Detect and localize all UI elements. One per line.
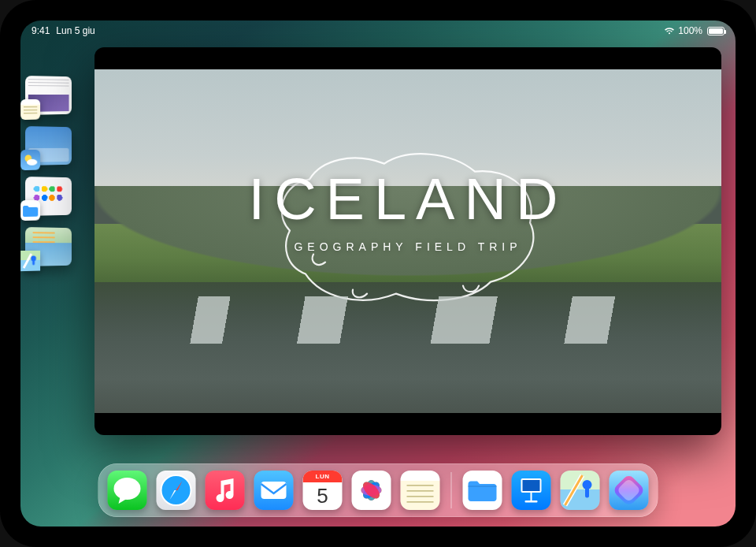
dock-app-keynote[interactable] [512,471,551,510]
status-time: 9:41 [32,25,50,36]
stage-item-files[interactable] [25,177,72,216]
stage-item-maps[interactable] [25,227,72,266]
dock: LUN 5 [98,463,658,517]
keynote-slide: ICELAND GEOGRAPHY FIELD TRIP [94,69,721,413]
dock-app-mail[interactable] [254,471,294,510]
safari-icon [157,471,196,510]
svg-rect-22 [407,490,434,492]
svg-rect-21 [407,485,434,486]
svg-rect-0 [24,106,37,108]
keynote-icon [512,471,551,510]
stage-item-notes[interactable] [25,76,72,115]
status-date: Lun 5 giu [56,25,94,36]
svg-rect-1 [24,110,37,111]
svg-rect-31 [617,478,641,502]
stage-manager-sidebar [25,76,80,266]
svg-rect-2 [24,113,37,114]
battery-icon [707,27,724,35]
stage-item-weather[interactable] [25,126,72,166]
svg-rect-27 [531,493,532,500]
dock-divider [451,472,452,508]
svg-rect-23 [407,496,434,497]
svg-rect-12 [261,482,287,499]
dock-app-notes[interactable] [401,471,440,510]
maps-icon [561,471,600,510]
keynote-window[interactable]: ICELAND GEOGRAPHY FIELD TRIP [94,47,721,435]
wifi-icon [664,27,675,35]
status-bar: 9:41 Lun 5 giu 100% [20,20,736,38]
shortcuts-icon [610,471,649,510]
notes-icon [20,99,40,120]
status-battery-pct: 100% [678,25,702,36]
photos-icon [352,471,391,510]
slide-subtitle: GEOGRAPHY FIELD TRIP [94,240,721,253]
files-icon [463,471,502,510]
mail-icon [254,471,294,510]
dock-app-photos[interactable] [352,471,391,510]
svg-rect-28 [525,500,538,503]
dock-app-messages[interactable] [108,471,147,510]
weather-icon [20,150,40,170]
slide-title: ICELAND [94,166,721,233]
messages-icon [108,471,147,510]
maps-icon [20,251,40,271]
notes-icon [401,471,440,510]
dock-app-safari[interactable] [157,471,196,510]
calendar-day-number: 5 [303,482,343,510]
calendar-day-label: LUN [303,471,343,482]
files-icon [20,200,40,221]
ipad-screen: 9:41 Lun 5 giu 100% [20,20,736,527]
ipad-device-frame: 9:41 Lun 5 giu 100% [0,0,756,547]
dock-app-files[interactable] [463,471,502,510]
svg-rect-26 [523,480,540,491]
dock-app-calendar[interactable]: LUN 5 [303,471,343,510]
dock-app-shortcuts[interactable] [610,471,649,510]
svg-rect-24 [407,501,434,503]
music-icon [206,471,245,510]
svg-point-7 [114,478,141,500]
dock-app-maps[interactable] [561,471,600,510]
dock-app-music[interactable] [206,471,245,510]
